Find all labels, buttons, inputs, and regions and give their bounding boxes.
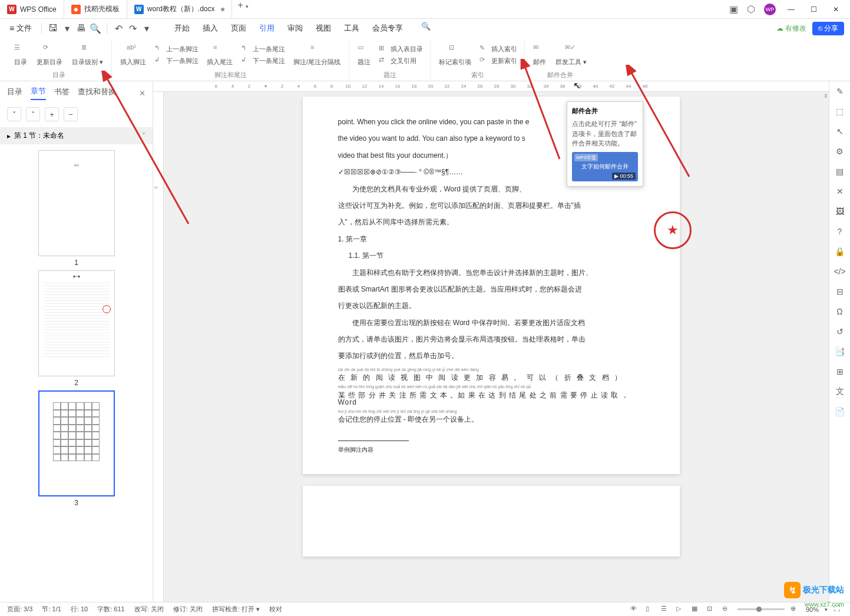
pencil-icon[interactable]: ✎ — [835, 86, 845, 97]
omega-icon[interactable]: Ω — [835, 306, 845, 317]
tab-start[interactable]: 开始 — [173, 21, 191, 36]
next-footnote-button[interactable]: ↲下一条脚注 — [152, 55, 201, 66]
status-revise[interactable]: 修订: 关闭 — [173, 605, 203, 614]
tools-icon[interactable]: ✕ — [835, 186, 845, 197]
minimize-button[interactable]: — — [784, 5, 798, 14]
redo-icon[interactable]: ↷ — [127, 23, 138, 34]
horizontal-ruler[interactable]: 642 ▾ 246 81012 141618 202224 262830 323… — [153, 81, 829, 92]
file-menu[interactable]: ≡ 文件 — [6, 22, 35, 35]
vertical-ruler[interactable]: 2 — [153, 92, 164, 602]
select-icon[interactable]: ⬚ — [835, 106, 845, 117]
thumbnail-3[interactable]: 3 — [38, 390, 115, 507]
web-view-icon[interactable]: ▦ — [692, 605, 701, 614]
cursor-icon[interactable]: ↖ — [835, 126, 845, 137]
tab-review[interactable]: 审阅 — [286, 21, 304, 36]
nav-up-button[interactable]: ˄ — [26, 107, 40, 121]
insert-index-button[interactable]: ✎插入索引 — [477, 44, 520, 54]
export-icon[interactable]: 📑 — [835, 346, 845, 357]
nav-down-button[interactable]: ˅ — [7, 107, 21, 121]
layers-icon[interactable]: ▤ — [835, 166, 845, 177]
share-button[interactable]: ⎋分享 — [812, 22, 844, 35]
tab-wps-home[interactable]: W WPS Office — [0, 0, 64, 18]
open-icon[interactable]: ▾ — [62, 23, 72, 34]
search-icon[interactable]: 🔍 — [421, 21, 431, 31]
undo-icon[interactable]: ↶ — [113, 23, 124, 34]
toc-level-button[interactable]: ≣目录级别 ▾ — [68, 40, 107, 69]
nav-tab-section[interactable]: 章节 — [31, 86, 46, 100]
settings-icon[interactable]: ⚙ — [835, 146, 845, 157]
tab-tools[interactable]: 工具 — [343, 21, 360, 36]
section-header[interactable]: ▸ 第 1 节：未命名 ˅ — [0, 127, 153, 144]
nav-close-button[interactable]: ✕ — [139, 89, 145, 98]
group-send-button[interactable]: ✉✓群发工具 ▾ — [552, 40, 590, 69]
tab-templates[interactable]: ◆ 找稻壳模板 — [64, 0, 127, 18]
tab-insert[interactable]: 插入 — [201, 21, 219, 36]
cross-ref-button[interactable]: ⇄交叉引用 — [376, 55, 425, 66]
maximize-button[interactable]: ☐ — [806, 5, 821, 14]
insert-footnote-button[interactable]: ab¹插入脚注 — [117, 40, 150, 69]
document-page-next[interactable] — [303, 486, 680, 557]
update-index-button[interactable]: ⟳更新索引 — [477, 55, 520, 66]
insert-endnote-button[interactable]: ≡插入尾注 — [203, 40, 236, 69]
vertical-scrollbar[interactable]: ⇕ — [823, 93, 829, 596]
user-avatar[interactable]: WP — [764, 4, 776, 15]
status-section[interactable]: 节: 1/1 — [42, 605, 61, 614]
add-tab-button[interactable]: + ▾ — [232, 0, 255, 18]
prev-endnote-button[interactable]: ↰上一条尾注 — [239, 44, 287, 54]
translate-icon[interactable]: 文 — [835, 386, 845, 397]
zoom-in-icon[interactable]: ⊕ — [791, 605, 800, 614]
toc-button[interactable]: ☰目录 — [11, 40, 31, 69]
nav-remove-button[interactable]: − — [64, 107, 78, 121]
tab-view[interactable]: 视图 — [315, 21, 332, 36]
save-icon[interactable]: 🖫 — [48, 23, 58, 34]
code-icon[interactable]: </> — [835, 266, 845, 277]
mark-index-button[interactable]: ⊡标记索引项 — [435, 40, 475, 69]
cube-icon[interactable]: ⬡ — [746, 5, 756, 14]
scroll-options-icon[interactable]: ⇕ — [823, 93, 829, 99]
nav-tab-bookmark[interactable]: 书签 — [54, 87, 70, 100]
prev-footnote-button[interactable]: ↰上一条脚注 — [152, 44, 201, 54]
nav-tab-toc[interactable]: 目录 — [7, 87, 22, 100]
print-icon[interactable]: 🖶 — [76, 23, 87, 34]
status-page[interactable]: 页面: 3/3 — [7, 605, 32, 614]
status-spell[interactable]: 拼写检查: 打开 — [212, 605, 254, 612]
print-view-icon[interactable]: ⊡ — [707, 605, 716, 614]
status-row[interactable]: 行: 10 — [71, 605, 88, 614]
separator-button[interactable]: ≡脚注/尾注分隔线 — [290, 40, 344, 69]
play-icon[interactable]: ▷ — [676, 605, 686, 614]
tab-reference[interactable]: 引用 — [258, 21, 276, 36]
page-view-icon[interactable]: ▯ — [646, 605, 655, 614]
status-proof[interactable]: 校对 — [269, 605, 282, 614]
status-words[interactable]: 字数: 611 — [97, 605, 124, 614]
tooltip-video[interactable]: WPS学堂 文字如何邮件合并 ▶ 00:55 — [572, 152, 638, 181]
print-preview-icon[interactable]: 🔍 — [90, 23, 101, 34]
update-toc-button[interactable]: ⟳更新目录 — [33, 40, 66, 69]
nav-tab-find[interactable]: 查找和替换 — [78, 87, 116, 100]
tab-document[interactable]: W word教程（新）.docx — [127, 0, 232, 18]
outline-view-icon[interactable]: ☰ — [661, 605, 670, 614]
document-icon[interactable]: 📄 — [835, 406, 845, 417]
next-endnote-button[interactable]: ↲下一条尾注 — [239, 55, 287, 66]
zoom-out-icon[interactable]: ⊖ — [722, 605, 732, 614]
zoom-slider[interactable] — [737, 608, 785, 610]
tab-page[interactable]: 页面 — [230, 21, 247, 36]
close-button[interactable]: ✕ — [829, 5, 843, 14]
nav-add-button[interactable]: + — [45, 107, 59, 121]
insert-table-toc-button[interactable]: ⊞插入表目录 — [376, 44, 425, 54]
thumbnail-1[interactable]: 目录 1 — [38, 150, 115, 267]
status-track[interactable]: 改写: 关闭 — [134, 605, 164, 614]
caption-button[interactable]: ▭题注 — [354, 40, 374, 69]
help-icon[interactable]: ? — [835, 226, 845, 237]
layout-icon[interactable]: ⊟ — [835, 286, 845, 297]
more-icon[interactable]: ▾ — [141, 23, 152, 34]
tab-member[interactable]: 会员专享 — [371, 21, 404, 36]
thumbnail-2[interactable]: 第一章 2 — [38, 270, 115, 387]
eye-icon[interactable]: 👁 — [630, 605, 640, 614]
table-icon[interactable]: ⊞ — [835, 366, 845, 377]
lock-icon[interactable]: 🔒 — [835, 246, 845, 257]
mail-button[interactable]: ✉邮件 — [530, 40, 550, 69]
image-icon[interactable]: 🖼 — [835, 206, 845, 217]
layout-icon[interactable]: ▣ — [729, 5, 738, 14]
history-icon[interactable]: ↺ — [835, 326, 845, 337]
has-changes-indicator[interactable]: ☁ 有修改 — [776, 24, 806, 34]
